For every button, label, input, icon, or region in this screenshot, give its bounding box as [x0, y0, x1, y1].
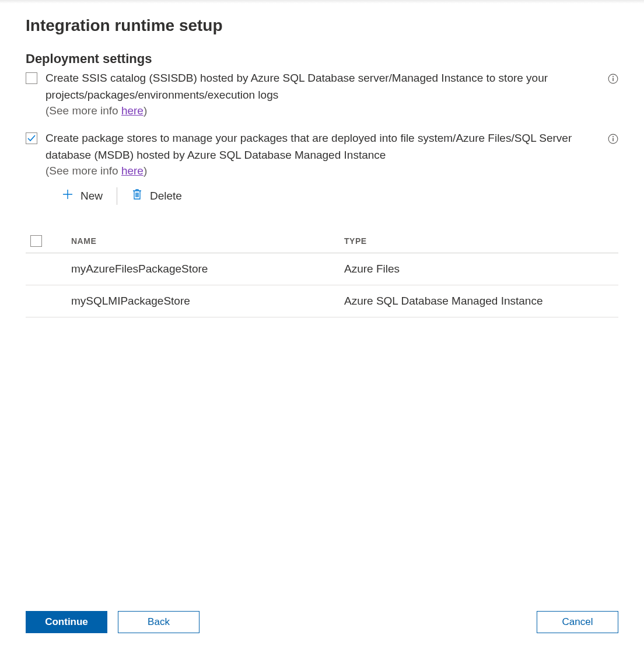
svg-point-1 [612, 76, 614, 77]
ssisdb-more-prefix: (See more info [46, 104, 121, 117]
new-button[interactable]: New [58, 186, 106, 205]
row-name: mySQLMIPackageStore [64, 295, 344, 308]
back-button[interactable]: Back [118, 611, 200, 633]
cancel-button[interactable]: Cancel [537, 611, 618, 633]
table-row[interactable]: mySQLMIPackageStore Azure SQL Database M… [26, 285, 618, 317]
package-stores-more-link[interactable]: here [121, 165, 144, 177]
svg-rect-2 [612, 78, 614, 81]
page-title: Integration runtime setup [26, 16, 618, 35]
ssisdb-more-link[interactable]: here [121, 104, 144, 117]
ssisdb-checkbox[interactable] [26, 72, 37, 84]
table-row[interactable]: myAzureFilesPackageStore Azure Files [26, 253, 618, 285]
ssisdb-more-suffix: ) [144, 104, 147, 117]
package-stores-label: Create package stores to manage your pac… [46, 130, 600, 163]
package-stores-table: NAME TYPE myAzureFilesPackageStore Azure… [26, 229, 618, 317]
info-icon[interactable] [608, 74, 618, 84]
row-type: Azure SQL Database Managed Instance [344, 295, 618, 308]
col-name[interactable]: NAME [64, 236, 344, 246]
trash-icon [131, 188, 143, 204]
delete-label: Delete [150, 190, 182, 202]
footer: Continue Back Cancel [26, 611, 618, 653]
svg-rect-5 [612, 138, 614, 141]
ssisdb-label: Create SSIS catalog (SSISDB) hosted by A… [46, 70, 600, 103]
row-type: Azure Files [344, 263, 618, 275]
section-heading: Deployment settings [26, 51, 618, 67]
package-stores-more-suffix: ) [144, 165, 147, 177]
row-name: myAzureFilesPackageStore [64, 263, 344, 275]
info-icon[interactable] [608, 134, 618, 144]
table-header: NAME TYPE [26, 229, 618, 253]
option-ssisdb: Create SSIS catalog (SSISDB) hosted by A… [26, 70, 618, 117]
package-stores-more-info: (See more info here) [46, 165, 600, 177]
package-stores-checkbox[interactable] [26, 132, 37, 144]
toolbar: New Delete [58, 186, 600, 206]
plus-icon [62, 188, 74, 203]
option-package-stores: Create package stores to manage your pac… [26, 130, 618, 216]
toolbar-separator [117, 187, 117, 205]
col-type[interactable]: TYPE [344, 236, 618, 246]
ssisdb-more-info: (See more info here) [46, 104, 600, 117]
svg-point-4 [612, 136, 614, 137]
continue-button[interactable]: Continue [26, 611, 107, 633]
select-all-checkbox[interactable] [30, 235, 42, 247]
package-stores-more-prefix: (See more info [46, 165, 121, 177]
delete-button[interactable]: Delete [128, 186, 186, 206]
new-label: New [80, 190, 103, 202]
